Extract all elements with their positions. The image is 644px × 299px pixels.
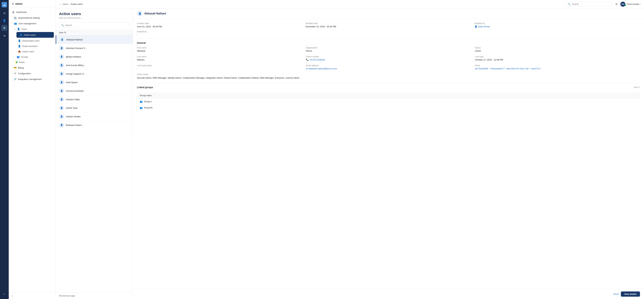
last-login-field: Last login October 27, 2023 - 12:08 PM xyxy=(475,55,640,61)
detail-panel: 👤 Abbasali Nathani Creation date June 21… xyxy=(133,8,644,299)
user-row-ashish[interactable]: 👤 Ashish Tank xyxy=(56,104,133,112)
roles-icon: 🔰 xyxy=(15,61,18,63)
email-icon: ✉ xyxy=(306,67,308,70)
sidebar-item-users[interactable]: ▾ 👤 Users xyxy=(12,26,56,32)
role-newrole[interactable]: New Role For Doc Coll ↗ xyxy=(506,67,530,70)
sidebar-item-active-users[interactable]: 👤 Active users xyxy=(16,32,54,38)
modified-by-field: Modified by 👤 Datta Shirke xyxy=(474,22,640,28)
user-row-arindam[interactable]: 👤 Arindam Datta xyxy=(56,95,133,104)
sidebar-item-groups[interactable]: › 👥 Groups xyxy=(12,54,56,59)
sidebar-item-guest-members[interactable]: 👤 Guest members xyxy=(15,43,56,49)
linked-groups-header: Linked groups Total: 3 xyxy=(137,86,640,89)
sidebar-item-org-settings[interactable]: › 🏢 Organizational settings xyxy=(9,15,56,21)
table-row[interactable]: 👥 Group 1 xyxy=(137,98,640,105)
settings-gear-icon[interactable]: ⚙ xyxy=(615,2,618,6)
user-row-abhishek[interactable]: 👤 Abhishek Sumant S... xyxy=(56,44,133,52)
sidebar-item-deactivated-users[interactable]: 👤 Deactivated users xyxy=(15,38,56,43)
sidebar-item-active-users-label: Active users xyxy=(24,34,36,36)
icon-bar-settings[interactable]: ⚙ xyxy=(1,25,8,31)
user-name-bastiaan: Bastiaan Kuiters... xyxy=(66,124,84,126)
sidebar-item-user-management[interactable]: ▾ 👥 User management xyxy=(9,21,56,26)
last-name-field: Last name Nathani xyxy=(137,55,302,61)
sidebar-item-configuration[interactable]: › ⚙ Configuration xyxy=(9,70,56,76)
app-logo[interactable]: ☁ xyxy=(2,2,7,7)
role-rolesanity79-label: Rolesanity79 xyxy=(491,67,504,70)
sidebar-item-import-label: Import users xyxy=(22,50,34,53)
user-row-ashwini[interactable]: 👤 Ashwini Shelke xyxy=(56,112,133,121)
users-search-box[interactable]: 🔍 xyxy=(59,22,129,28)
billing-icon: 💳 xyxy=(14,66,16,69)
records-per-page-label: Records per page xyxy=(59,295,75,297)
view-details-button[interactable]: View details xyxy=(621,292,640,297)
admin-levels-field: Admin levels Security Admin, PMS Manager… xyxy=(137,73,640,80)
icon-bar-users[interactable]: 👤 xyxy=(1,17,8,23)
roles-field: Roles QA Role2809 ↗ Rolesanity79 ↗ xyxy=(475,64,640,70)
user-avatar-bastiaan: 👤 xyxy=(59,122,64,128)
sidebar-item-roles-label: Roles xyxy=(19,61,25,63)
user-name-abhishek: Abhishek Sumant S... xyxy=(66,47,87,49)
modified-by-link[interactable]: 👤 Datta Shirke xyxy=(474,25,640,28)
users-search-input[interactable] xyxy=(65,24,127,26)
sidebar-item-billing[interactable]: › 💳 Billing xyxy=(9,65,56,70)
icon-bar-expand[interactable]: » xyxy=(1,291,8,297)
status-field: Status Active xyxy=(475,47,640,52)
user-row-archana[interactable]: 👤 Archana Kushwah... xyxy=(56,87,133,95)
user-column-header[interactable]: User ⇅ xyxy=(59,31,66,34)
usermgmt-icon: 👥 xyxy=(14,22,17,25)
user-chevron-icon: ▾ xyxy=(640,3,641,5)
phone-link[interactable]: 📞 +917972108205 xyxy=(306,58,471,61)
phone-value: +917972108205 xyxy=(309,58,325,61)
external-link-icon-1: ↗ xyxy=(488,68,490,69)
table-row[interactable]: 👥 Group79 xyxy=(137,105,640,111)
last-login-value: October 27, 2023 - 12:08 PM xyxy=(475,58,640,61)
user-row-abbasali[interactable]: 👤 Abbasali Nathani xyxy=(56,35,133,44)
back-button[interactable]: ← xyxy=(59,3,62,5)
user-menu[interactable]: SU Sunil Gowda ▾ xyxy=(620,2,641,7)
organization-label: Organization xyxy=(306,47,471,49)
email-link[interactable]: ✉ abbasali.nathani@decos.com xyxy=(306,67,471,70)
modified-by-value: Datta Shirke xyxy=(478,25,490,28)
header-search-box[interactable]: 🔍 xyxy=(566,2,613,6)
users-search-icon: 🔍 xyxy=(61,24,64,26)
general-grid-row3: Last name prefix - Email address ✉ abbas… xyxy=(137,64,640,70)
role-test2710-label: test2710 xyxy=(531,67,540,70)
org-icon: 🏢 xyxy=(14,16,16,19)
header-search-input[interactable] xyxy=(572,3,610,5)
user-row-ankit[interactable]: 👤 Ankit Ajwani xyxy=(56,78,133,87)
group1-icon: 👥 xyxy=(140,100,142,103)
breadcrumb-users-link[interactable]: Users xyxy=(62,3,68,5)
sidebar-item-import-users[interactable]: 📥 Import users xyxy=(15,49,56,54)
meta-row: Creation date June 21, 2022 - 05:26 PM M… xyxy=(137,22,640,28)
phone-field: Phone number 📞 +917972108205 xyxy=(306,55,471,61)
sidebar-header: ⚙ Admin xyxy=(9,0,56,8)
close-button[interactable]: Close xyxy=(613,293,619,295)
user-avatar-ashish: 👤 xyxy=(59,105,64,110)
groups-chevron-icon: › xyxy=(15,56,15,58)
role-test2710[interactable]: test2710 ↗ xyxy=(531,67,542,70)
role-rolesanity79[interactable]: Rolesanity79 ↗ xyxy=(491,67,505,70)
users-panel-title: Active users xyxy=(59,12,129,16)
icon-bar-cloud[interactable]: ☁ xyxy=(1,32,8,38)
detail-user-name: Abbasali Nathani xyxy=(144,12,166,15)
group-name-column-header: Group name xyxy=(137,92,640,98)
user-row-ajinkya[interactable]: 👤 ajinkya bhakare xyxy=(56,52,133,61)
users-footer: Records per page xyxy=(56,293,133,299)
user-name-amit: Amit Kumar Mithiy... xyxy=(66,64,85,66)
sidebar-item-roles[interactable]: 🔰 Roles xyxy=(12,59,56,65)
user-row-bastiaan[interactable]: 👤 Bastiaan Kuiters... xyxy=(56,121,133,129)
user-row-amogh[interactable]: 👤 Amogh Gajanan H... xyxy=(56,69,133,78)
general-section-title: General xyxy=(137,41,640,44)
breadcrumb: ← Users / Active users xyxy=(59,3,82,5)
detail-user-avatar: 👤 xyxy=(137,11,142,16)
user-row-amit[interactable]: 👤 Amit Kumar Mithiy... xyxy=(56,61,133,69)
role-qa2809[interactable]: QA Role2809 ↗ xyxy=(475,67,490,70)
sidebar-collapse-button[interactable]: « xyxy=(9,293,56,299)
users-panel-subtitle: Here you will find all pro... xyxy=(59,17,129,19)
sidebar-item-dashboard[interactable]: ▦ Dashboard xyxy=(9,9,56,15)
sidebar-item-integration[interactable]: › 🔗 Integration management xyxy=(9,76,56,82)
email-label: Email address xyxy=(306,64,471,67)
sidebar-item-users-label: Users xyxy=(21,28,27,30)
icon-bar-dashboard[interactable]: ⊞ xyxy=(1,10,8,16)
last-name-value: Nathani xyxy=(137,58,302,61)
linked-groups-total: Total: 3 xyxy=(634,86,640,88)
